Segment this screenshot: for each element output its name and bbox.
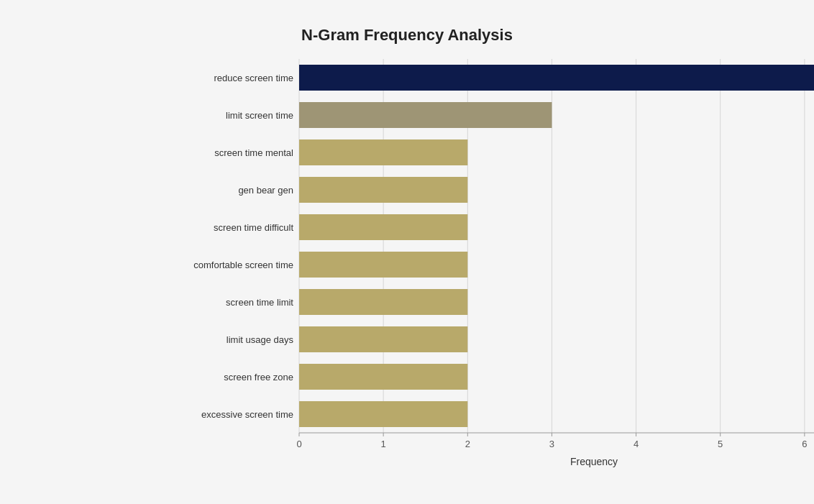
svg-text:comfortable screen time: comfortable screen time bbox=[193, 260, 293, 270]
svg-text:Frequency: Frequency bbox=[570, 456, 618, 467]
svg-text:5: 5 bbox=[718, 439, 723, 449]
svg-rect-10 bbox=[299, 139, 467, 165]
chart-svg: 01234567Frequencyreduce screen timelimit… bbox=[155, 59, 814, 469]
svg-rect-15 bbox=[299, 326, 467, 352]
svg-rect-16 bbox=[299, 364, 467, 390]
svg-rect-17 bbox=[299, 401, 467, 427]
svg-text:excessive screen time: excessive screen time bbox=[201, 409, 293, 420]
svg-text:gen bear gen: gen bear gen bbox=[238, 185, 293, 196]
svg-rect-13 bbox=[299, 252, 467, 278]
svg-text:limit screen time: limit screen time bbox=[226, 110, 293, 121]
svg-text:0: 0 bbox=[296, 439, 301, 449]
svg-text:2: 2 bbox=[465, 439, 470, 449]
chart-title: N-Gram Frequency Analysis bbox=[55, 26, 759, 45]
svg-rect-14 bbox=[299, 289, 467, 315]
chart-container: N-Gram Frequency Analysis 01234567Freque… bbox=[12, 12, 802, 493]
svg-rect-11 bbox=[299, 177, 467, 203]
svg-rect-12 bbox=[299, 214, 467, 240]
svg-text:1: 1 bbox=[381, 439, 386, 449]
svg-rect-9 bbox=[299, 102, 552, 128]
svg-text:4: 4 bbox=[634, 439, 639, 449]
svg-text:6: 6 bbox=[802, 439, 807, 449]
svg-text:screen free zone: screen free zone bbox=[224, 372, 293, 382]
svg-text:3: 3 bbox=[549, 439, 554, 449]
svg-rect-8 bbox=[299, 65, 814, 91]
svg-text:screen time limit: screen time limit bbox=[226, 297, 293, 308]
svg-text:limit usage days: limit usage days bbox=[227, 334, 294, 345]
svg-text:screen time mental: screen time mental bbox=[214, 147, 293, 158]
chart-area: 01234567Frequencyreduce screen timelimit… bbox=[155, 59, 759, 462]
svg-text:reduce screen time: reduce screen time bbox=[214, 73, 293, 83]
svg-text:screen time difficult: screen time difficult bbox=[214, 222, 293, 233]
